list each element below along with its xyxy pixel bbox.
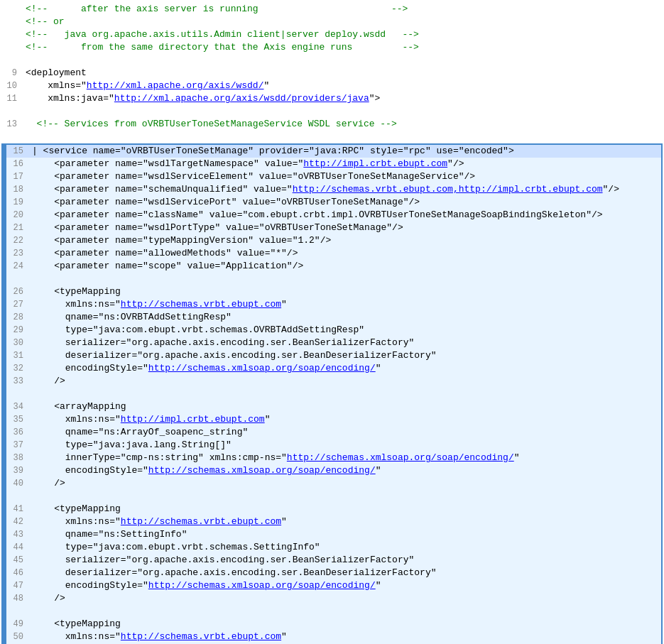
line-indicator [4,490,6,503]
line: 36 qname="ns:ArrayOf_soapenc_string" [4,426,661,439]
line-content: deserializer="org.apache.axis.encoding.s… [29,349,661,362]
line-number: 21 [6,222,29,234]
line-content: <parameter name="wsdlServicePort" value=… [29,196,661,209]
line-content: <parameter name="className" value="com.e… [29,209,661,222]
line-number: 37 [6,439,29,452]
line-content: <!-- or [23,16,664,28]
line-content: xmlns:ns="http://schemas.vrbt.ebupt.com" [29,298,661,311]
line-number: 36 [6,426,29,439]
line-content: <typeMapping [29,503,661,515]
line-content: <parameter name="wsdlPortType" value="oV… [29,222,661,234]
line-number: 28 [6,311,29,324]
line [0,105,664,118]
line: 17 <parameter name="wsdlServiceElement" … [4,170,661,183]
line-number: 30 [6,337,29,349]
line-content: <parameter name="typeMappingVersion" val… [29,234,661,247]
line-content: <typeMapping [29,285,661,298]
line-number: 50 [6,631,29,643]
line-content: xmlns:ns="http://schemas.vrbt.ebupt.com" [29,515,661,528]
line: 50 xmlns:ns="http://schemas.vrbt.ebupt.c… [4,631,661,643]
line: 13 <!-- Services from oVRBTUserToneSetMa… [0,118,664,131]
line-content: <parameter name="allowedMethods" value="… [29,247,661,260]
line-content: serializer="org.apache.axis.encoding.ser… [29,554,661,567]
line: 30 serializer="org.apache.axis.encoding.… [4,337,661,349]
line-number: 17 [6,170,29,183]
line: <!-- java org.apache.axis.utils.Admin cl… [0,28,664,41]
line: 39 encodingStyle="http://schemas.xmlsoap… [4,464,661,477]
line-number: 35 [6,413,29,426]
line-content: encodingStyle="http://schemas.xmlsoap.or… [29,464,661,477]
line-content: /> [29,592,661,605]
line [0,131,664,143]
line [4,388,661,400]
line-content: <!-- Services from oVRBTUserToneSetManag… [23,118,664,131]
line [4,605,661,618]
line-content: <parameter name="schemaUnqualified" valu… [29,183,661,196]
line-number: 15 [6,145,29,158]
line-content: serializer="org.apache.axis.encoding.ser… [29,337,661,349]
line-number: 47 [6,579,29,592]
line: 21 <parameter name="wsdlPortType" value=… [4,222,661,234]
line: <!-- from the same directory that the Ax… [0,41,664,54]
line-content: xmlns:java="http://xml.apache.org/axis/w… [23,92,664,105]
line-number: 39 [6,464,29,477]
line: 47 encodingStyle="http://schemas.xmlsoap… [4,579,661,592]
line: 35 xmlns:ns="http://impl.crbt.ebupt.com" [4,413,661,426]
line-number: 9 [0,67,23,80]
line-content: <typeMapping [29,618,661,631]
line-content: /> [29,375,661,388]
line-number: 40 [6,477,29,490]
line-content: <arrayMapping [29,400,661,413]
line-indicator [4,273,6,285]
line-content: | <service name="oVRBTUserToneSetManage"… [29,145,661,158]
line-number: 20 [6,209,29,222]
line: 24 <parameter name="scope" value="Applic… [4,260,661,273]
line-number: 31 [6,349,29,362]
line-content: deserializer="org.apache.axis.encoding.s… [29,567,661,579]
line: 20 <parameter name="className" value="co… [4,209,661,222]
line-content: type="java:com.ebupt.vrbt.schemas.OVRBTA… [29,324,661,337]
line: 33 /> [4,375,661,388]
line: 38 innerType="cmp-ns:string" xmlns:cmp-n… [4,452,661,464]
line: 44 type="java:com.ebupt.vrbt.schemas.Set… [4,541,661,554]
line-content: <parameter name="wsdlServiceElement" val… [29,170,661,183]
line: 37 type="java:java.lang.String[]" [4,439,661,452]
line-number: 34 [6,400,29,413]
line: 10 xmlns="http://xml.apache.org/axis/wsd… [0,80,664,92]
line: 41 <typeMapping [4,503,661,515]
line-content: xmlns:ns="http://schemas.vrbt.ebupt.com" [29,631,661,643]
line: 48 /> [4,592,661,605]
line: 9<deployment [0,67,664,80]
line-number: 29 [6,324,29,337]
line-content: xmlns:ns="http://impl.crbt.ebupt.com" [29,413,661,426]
line-number: 32 [6,362,29,375]
line: 40 /> [4,477,661,490]
line-number: 44 [6,541,29,554]
line: <!-- after the axis server is running --… [0,3,664,16]
line: 46 deserializer="org.apache.axis.encodin… [4,567,661,579]
line-content: <parameter name="wsdlTargetNamespace" va… [29,158,661,170]
line: <!-- or [0,16,664,28]
line-number: 22 [6,234,29,247]
line-content: type="java:com.ebupt.vrbt.schemas.Settin… [29,541,661,554]
highlighted-block: 15| <service name="oVRBTUserToneSetManag… [1,143,663,644]
line: 26 <typeMapping [4,285,661,298]
line: 45 serializer="org.apache.axis.encoding.… [4,554,661,567]
line-number: 19 [6,196,29,209]
line: 23 <parameter name="allowedMethods" valu… [4,247,661,260]
line: 27 xmlns:ns="http://schemas.vrbt.ebupt.c… [4,298,661,311]
line-indicator [4,388,6,400]
line: 49 <typeMapping [4,618,661,631]
line-content: <!-- after the axis server is running --… [23,3,664,16]
line: 31 deserializer="org.apache.axis.encodin… [4,349,661,362]
line-content: encodingStyle="http://schemas.xmlsoap.or… [29,362,661,375]
line-indicator [4,605,6,618]
line [0,54,664,67]
line-content: /> [29,477,661,490]
line-number: 24 [6,260,29,273]
line-number: 27 [6,298,29,311]
line: 22 <parameter name="typeMappingVersion" … [4,234,661,247]
line-number: 10 [0,80,23,92]
line-content: <deployment [23,67,664,80]
line-content: encodingStyle="http://schemas.xmlsoap.or… [29,579,661,592]
